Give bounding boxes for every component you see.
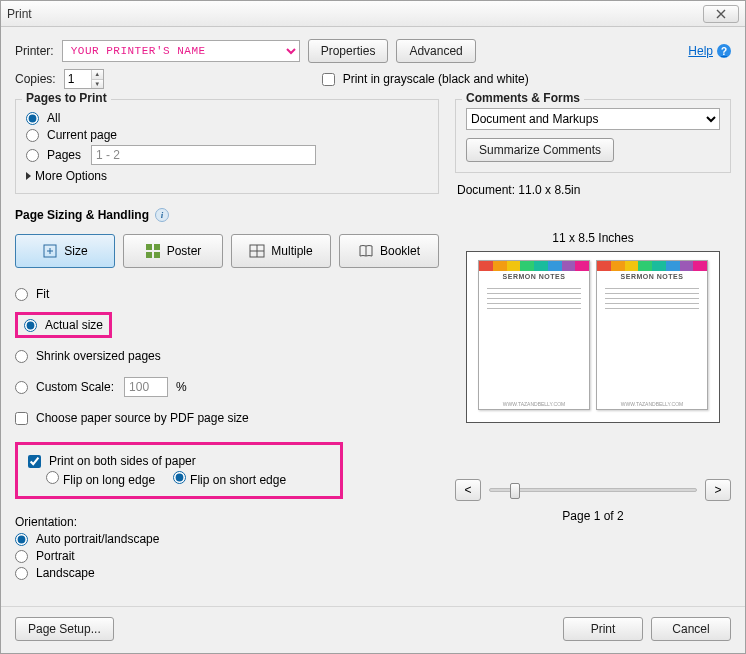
flip-short-radio[interactable]: Flip on short edge (173, 471, 286, 487)
svg-rect-2 (154, 244, 160, 250)
copies-down[interactable]: ▼ (92, 80, 103, 89)
help-label: Help (688, 44, 713, 58)
chevron-right-icon (26, 172, 31, 180)
poster-icon (145, 243, 161, 259)
pages-all-radio[interactable]: All (26, 111, 428, 125)
size-actual-radio[interactable]: Actual size (24, 318, 103, 332)
preview-box: SERMON NOTES WWW.TAZANDBELLY.COM SERMON … (466, 251, 720, 423)
pages-range-radio[interactable]: Pages (26, 145, 428, 165)
preview-slider[interactable] (489, 488, 697, 492)
orient-portrait-radio[interactable]: Portrait (15, 549, 439, 563)
close-button[interactable] (703, 5, 739, 23)
page-indicator: Page 1 of 2 (455, 509, 731, 523)
info-icon[interactable]: i (155, 208, 169, 222)
preview-next-button[interactable]: > (705, 479, 731, 501)
comments-group: Comments & Forms Document and Markups Su… (455, 99, 731, 173)
orient-landscape-radio[interactable]: Landscape (15, 566, 439, 580)
help-link[interactable]: Help ? (688, 44, 731, 58)
summarize-button[interactable]: Summarize Comments (466, 138, 614, 162)
tab-multiple[interactable]: Multiple (231, 234, 331, 268)
pages-to-print-title: Pages to Print (22, 91, 111, 105)
pages-current-radio[interactable]: Current page (26, 128, 428, 142)
duplex-highlight: Print on both sides of paper Flip on lon… (15, 442, 343, 499)
size-shrink-radio[interactable]: Shrink oversized pages (15, 349, 439, 363)
advanced-button[interactable]: Advanced (396, 39, 475, 63)
preview-page-1: SERMON NOTES WWW.TAZANDBELLY.COM (478, 260, 590, 410)
window-title: Print (7, 7, 703, 21)
tab-booklet[interactable]: Booklet (339, 234, 439, 268)
cancel-button[interactable]: Cancel (651, 617, 731, 641)
tab-poster[interactable]: Poster (123, 234, 223, 268)
properties-button[interactable]: Properties (308, 39, 389, 63)
print-button[interactable]: Print (563, 617, 643, 641)
grayscale-checkbox[interactable]: Print in grayscale (black and white) (322, 72, 529, 86)
preview-page-2: SERMON NOTES WWW.TAZANDBELLY.COM (596, 260, 708, 410)
close-icon (715, 9, 727, 19)
size-actual-highlight: Actual size (15, 312, 112, 338)
booklet-icon (358, 243, 374, 259)
size-custom-radio[interactable]: Custom Scale: % (15, 377, 439, 397)
slider-thumb[interactable] (510, 483, 520, 499)
grayscale-label: Print in grayscale (black and white) (343, 72, 529, 86)
paper-source-checkbox[interactable]: Choose paper source by PDF page size (15, 411, 439, 425)
copies-label: Copies: (15, 72, 56, 86)
copies-stepper[interactable]: ▲ ▼ (64, 69, 104, 89)
custom-scale-input[interactable] (124, 377, 168, 397)
size-icon (42, 243, 58, 259)
orientation-title: Orientation: (15, 515, 439, 529)
copies-input[interactable] (65, 70, 91, 88)
page-setup-button[interactable]: Page Setup... (15, 617, 114, 641)
both-sides-checkbox[interactable]: Print on both sides of paper (28, 454, 330, 468)
svg-rect-1 (146, 244, 152, 250)
printer-label: Printer: (15, 44, 54, 58)
pages-range-input[interactable] (91, 145, 316, 165)
orient-auto-radio[interactable]: Auto portrait/landscape (15, 532, 439, 546)
more-options-toggle[interactable]: More Options (26, 169, 428, 183)
comments-select[interactable]: Document and Markups (466, 108, 720, 130)
pages-to-print-group: Pages to Print All Current page Pages Mo… (15, 99, 439, 194)
preview-prev-button[interactable]: < (455, 479, 481, 501)
help-icon: ? (717, 44, 731, 58)
copies-up[interactable]: ▲ (92, 70, 103, 80)
preview-dimensions: 11 x 8.5 Inches (455, 231, 731, 245)
multiple-icon (249, 243, 265, 259)
tab-size[interactable]: Size (15, 234, 115, 268)
document-dimensions: Document: 11.0 x 8.5in (457, 183, 731, 197)
sizing-title: Page Sizing & Handling (15, 208, 149, 222)
printer-select[interactable]: YOUR PRINTER'S NAME (62, 40, 300, 62)
size-fit-radio[interactable]: Fit (15, 287, 439, 301)
comments-title: Comments & Forms (462, 91, 584, 105)
svg-rect-3 (146, 252, 152, 258)
svg-rect-4 (154, 252, 160, 258)
flip-long-radio[interactable]: Flip on long edge (46, 471, 155, 487)
